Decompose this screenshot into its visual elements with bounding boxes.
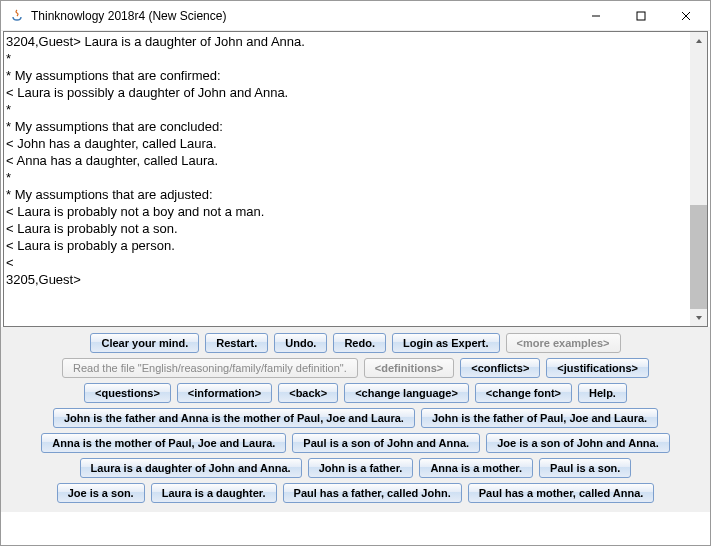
information-button[interactable]: <information>	[177, 383, 272, 403]
button-row-1: Clear your mind. Restart. Undo. Redo. Lo…	[9, 333, 702, 353]
sentence-button[interactable]: John is the father and Anna is the mothe…	[53, 408, 415, 428]
button-row-6: Laura is a daughter of John and Anna. Jo…	[9, 458, 702, 478]
scroll-track[interactable]	[690, 49, 707, 309]
svg-rect-1	[637, 12, 645, 20]
sentence-button[interactable]: Laura is a daughter of John and Anna.	[80, 458, 302, 478]
more-examples-button: <more examples>	[506, 333, 621, 353]
change-font-button[interactable]: <change font>	[475, 383, 572, 403]
conflicts-button[interactable]: <conflicts>	[460, 358, 540, 378]
button-panel: Clear your mind. Restart. Undo. Redo. Lo…	[1, 327, 710, 512]
button-row-7: Joe is a son. Laura is a daughter. Paul …	[9, 483, 702, 503]
definitions-button: <definitions>	[364, 358, 454, 378]
button-row-5: Anna is the mother of Paul, Joe and Laur…	[9, 433, 702, 453]
restart-button[interactable]: Restart.	[205, 333, 268, 353]
sentence-button[interactable]: Joe is a son of John and Anna.	[486, 433, 670, 453]
minimize-button[interactable]	[573, 2, 618, 30]
scroll-thumb[interactable]	[690, 205, 707, 309]
sentence-button[interactable]: Anna is a mother.	[419, 458, 533, 478]
window-title: Thinknowlogy 2018r4 (New Science)	[31, 9, 573, 23]
sentence-button[interactable]: John is the father of Paul, Joe and Laur…	[421, 408, 658, 428]
questions-button[interactable]: <questions>	[84, 383, 171, 403]
sentence-button[interactable]: Joe is a son.	[57, 483, 145, 503]
button-row-2: Read the file "English/reasoning/family/…	[9, 358, 702, 378]
justifications-button[interactable]: <justifications>	[546, 358, 649, 378]
sentence-button[interactable]: John is a father.	[308, 458, 414, 478]
sentence-button[interactable]: Laura is a daughter.	[151, 483, 277, 503]
read-file-button: Read the file "English/reasoning/family/…	[62, 358, 358, 378]
login-expert-button[interactable]: Login as Expert.	[392, 333, 500, 353]
button-row-3: <questions> <information> <back> <change…	[9, 383, 702, 403]
sentence-button[interactable]: Anna is the mother of Paul, Joe and Laur…	[41, 433, 286, 453]
java-icon	[9, 8, 25, 24]
back-button[interactable]: <back>	[278, 383, 338, 403]
close-button[interactable]	[663, 2, 708, 30]
sentence-button[interactable]: Paul is a son of John and Anna.	[292, 433, 480, 453]
sentence-button[interactable]: Paul has a father, called John.	[283, 483, 462, 503]
vertical-scrollbar[interactable]	[690, 32, 707, 326]
help-button[interactable]: Help.	[578, 383, 627, 403]
scroll-down-icon[interactable]	[690, 309, 707, 326]
sentence-button[interactable]: Paul has a mother, called Anna.	[468, 483, 655, 503]
undo-button[interactable]: Undo.	[274, 333, 327, 353]
console-area: 3204,Guest> Laura is a daughter of John …	[3, 31, 708, 327]
scroll-up-icon[interactable]	[690, 32, 707, 49]
maximize-button[interactable]	[618, 2, 663, 30]
titlebar: Thinknowlogy 2018r4 (New Science)	[1, 1, 710, 31]
sentence-button[interactable]: Paul is a son.	[539, 458, 631, 478]
console-text[interactable]: 3204,Guest> Laura is a daughter of John …	[4, 32, 707, 326]
button-row-4: John is the father and Anna is the mothe…	[9, 408, 702, 428]
clear-mind-button[interactable]: Clear your mind.	[90, 333, 199, 353]
change-language-button[interactable]: <change language>	[344, 383, 469, 403]
redo-button[interactable]: Redo.	[333, 333, 386, 353]
